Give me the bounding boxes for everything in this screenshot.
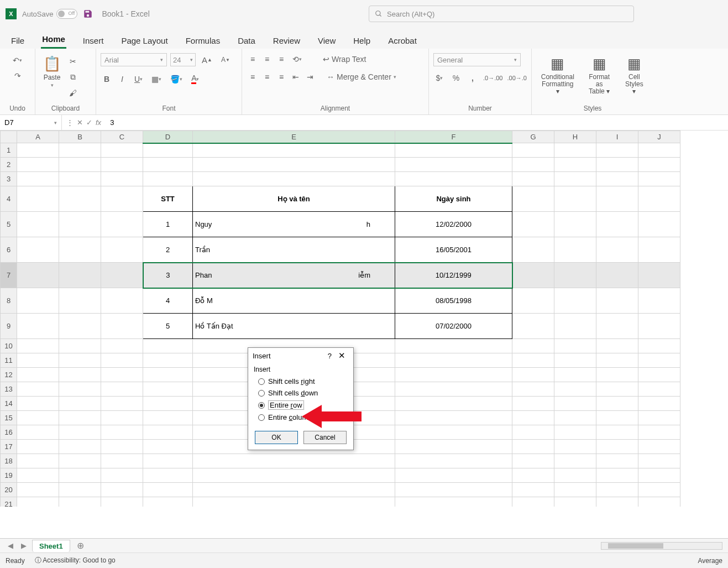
cell-J17[interactable] [638,440,680,454]
cell-G13[interactable] [512,382,554,397]
cell-A12[interactable] [17,368,59,382]
align-middle-button[interactable]: ≡ [261,53,273,65]
cell-C13[interactable] [101,382,143,397]
cell-C2[interactable] [101,158,143,172]
dialog-close-button[interactable]: ✕ [335,351,349,361]
cell-B9[interactable] [59,314,101,339]
redo-button[interactable]: ↷ [12,70,24,82]
cell-D19[interactable] [143,468,193,483]
cell-D20[interactable] [143,483,193,497]
cell-D14[interactable] [143,397,193,411]
merge-center-button[interactable]: ↔ Merge & Center ▾ [324,71,399,83]
insert-option-entire-column[interactable]: Entire column [254,411,348,423]
cell-D3[interactable] [143,172,193,186]
cell-H20[interactable] [554,483,596,497]
copy-button[interactable]: ⧉ [66,71,80,84]
cell-J3[interactable] [638,172,680,186]
cell-A7[interactable] [17,263,59,288]
cell-E1[interactable] [193,143,395,158]
col-header-A[interactable]: A [17,131,59,143]
bold-button[interactable]: B [101,73,113,85]
cell-I14[interactable] [596,397,638,411]
row-header-11[interactable]: 11 [1,353,17,368]
row-header-12[interactable]: 12 [1,368,17,382]
cell-I21[interactable] [596,497,638,507]
cell-H10[interactable] [554,339,596,353]
cell-C1[interactable] [101,143,143,158]
cell-C19[interactable] [101,468,143,483]
cell-F13[interactable] [395,382,512,397]
cell-D2[interactable] [143,158,193,172]
row-header-19[interactable]: 19 [1,468,17,483]
cell-H19[interactable] [554,468,596,483]
formula-input[interactable]: 3 [106,118,728,127]
row-header-8[interactable]: 8 [1,288,17,314]
border-button[interactable]: ▦ ▾ [149,73,164,85]
cell-A16[interactable] [17,425,59,440]
cell-A3[interactable] [17,172,59,186]
cell-J4[interactable] [638,186,680,212]
cell-H12[interactable] [554,368,596,382]
cell-G5[interactable] [512,212,554,237]
cell-B19[interactable] [59,468,101,483]
cell-I13[interactable] [596,382,638,397]
row-header-17[interactable]: 17 [1,440,17,454]
cell-J6[interactable] [638,237,680,263]
cell-I6[interactable] [596,237,638,263]
col-header-G[interactable]: G [512,131,554,143]
insert-option-entire-row[interactable]: Entire row [254,399,348,411]
cell-I20[interactable] [596,483,638,497]
cell-F11[interactable] [395,353,512,368]
cell-H3[interactable] [554,172,596,186]
cell-J19[interactable] [638,468,680,483]
cell-I15[interactable] [596,411,638,425]
dialog-cancel-button[interactable]: Cancel [303,431,347,444]
cell-C3[interactable] [101,172,143,186]
cell-B18[interactable] [59,454,101,468]
cell-B17[interactable] [59,440,101,454]
tab-formulas[interactable]: Formulas [185,33,222,49]
fill-color-button[interactable]: 🪣 ▾ [167,73,185,85]
cell-G20[interactable] [512,483,554,497]
row-header-14[interactable]: 14 [1,397,17,411]
cell-E4[interactable]: Họ và tên [193,186,395,212]
cell-H21[interactable] [554,497,596,507]
cell-C14[interactable] [101,397,143,411]
italic-button[interactable]: I [116,73,128,85]
cell-B21[interactable] [59,497,101,507]
cell-A5[interactable] [17,212,59,237]
cell-D9[interactable]: 5 [143,314,193,339]
cell-B3[interactable] [59,172,101,186]
row-header-5[interactable]: 5 [1,212,17,237]
cell-J18[interactable] [638,454,680,468]
tab-file[interactable]: File [10,33,25,49]
cell-G7[interactable] [512,263,554,288]
sheet-prev-button[interactable]: ◀ [6,541,15,550]
cell-J9[interactable] [638,314,680,339]
cell-H4[interactable] [554,186,596,212]
cell-D11[interactable] [143,353,193,368]
cell-B13[interactable] [59,382,101,397]
decrease-decimal-button[interactable]: .00→.0 [507,72,527,84]
col-header-E[interactable]: E [193,131,395,143]
cell-H15[interactable] [554,411,596,425]
cell-B11[interactable] [59,353,101,368]
cell-D5[interactable]: 1 [143,212,193,237]
underline-button[interactable]: U ▾ [132,73,145,85]
cell-F15[interactable] [395,411,512,425]
cell-E3[interactable] [193,172,395,186]
cell-I9[interactable] [596,314,638,339]
cell-J21[interactable] [638,497,680,507]
cell-F4[interactable]: Ngày sinh [395,186,512,212]
cell-F6[interactable]: 16/05/2001 [395,237,512,263]
cell-styles-button[interactable]: ▦CellStyles ▾ [620,53,649,98]
cell-E19[interactable] [193,468,395,483]
cell-B2[interactable] [59,158,101,172]
cell-C5[interactable] [101,212,143,237]
cell-H7[interactable] [554,263,596,288]
cell-I19[interactable] [596,468,638,483]
row-header-3[interactable]: 3 [1,172,17,186]
cell-E18[interactable] [193,454,395,468]
cell-I7[interactable] [596,263,638,288]
cell-C17[interactable] [101,440,143,454]
